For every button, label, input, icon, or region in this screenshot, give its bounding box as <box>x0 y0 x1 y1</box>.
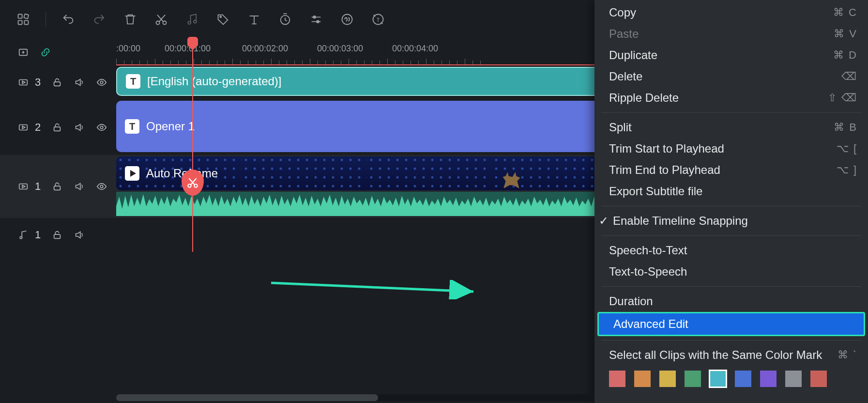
sliders-icon[interactable] <box>307 11 325 28</box>
menu-split[interactable]: Split⌘ B <box>594 117 868 138</box>
lock-icon[interactable] <box>51 229 63 241</box>
track-header-3[interactable]: 3 <box>0 65 116 99</box>
link-icon[interactable] <box>40 46 51 58</box>
svg-point-31 <box>194 184 198 187</box>
text-clip-icon: T <box>125 119 139 134</box>
ruler-ts: 00:00:03:00 <box>317 44 363 54</box>
track-number: 2 <box>35 121 41 134</box>
track-header-audio[interactable]: 1 <box>0 218 116 252</box>
check-icon: ✓ <box>598 214 609 228</box>
add-track-icon[interactable] <box>17 46 29 58</box>
svg-point-11 <box>317 20 319 23</box>
text-clip-icon: T <box>126 74 140 89</box>
svg-marker-25 <box>22 185 25 188</box>
video-track-icon <box>17 181 29 192</box>
play-clip-icon <box>125 166 139 181</box>
playhead[interactable] <box>192 39 193 252</box>
video-track-icon <box>17 122 29 133</box>
svg-point-6 <box>188 21 191 24</box>
menu-ripple-delete[interactable]: Ripple Delete⇧ ⌫ <box>594 87 868 108</box>
menu-trim-end[interactable]: Trim End to Playhead⌥ ] <box>594 159 868 181</box>
menu-duplicate[interactable]: Duplicate⌘ D <box>594 45 868 66</box>
ruler-ts: 00:00:02:00 <box>242 44 288 54</box>
svg-rect-1 <box>24 14 29 19</box>
lock-icon[interactable] <box>51 122 63 133</box>
color-swatch[interactable] <box>785 371 802 387</box>
svg-point-30 <box>188 184 191 187</box>
clip-label: [English (auto-generated)] <box>147 75 282 88</box>
text-icon[interactable] <box>245 11 263 28</box>
color-swatch[interactable] <box>685 371 701 387</box>
music-icon[interactable] <box>183 11 201 28</box>
lock-icon[interactable] <box>51 181 63 192</box>
delete-icon[interactable] <box>122 11 139 28</box>
menu-paste: Paste⌘ V <box>594 23 868 45</box>
color-mark-row <box>594 366 868 392</box>
track-header-1[interactable]: 1 <box>0 155 116 218</box>
audio-track-icon <box>17 229 29 241</box>
menu-copy[interactable]: Copy⌘ C <box>594 2 868 23</box>
visibility-icon[interactable] <box>96 181 107 192</box>
track-header-2[interactable]: 2 <box>0 99 116 155</box>
video-track-icon <box>17 77 29 88</box>
visibility-icon[interactable] <box>96 122 107 133</box>
svg-point-27 <box>101 185 104 188</box>
menu-duration[interactable]: Duration <box>594 291 868 312</box>
color-swatch[interactable] <box>609 371 625 387</box>
color-swatch[interactable] <box>810 371 827 387</box>
svg-point-4 <box>156 21 160 25</box>
svg-point-5 <box>163 21 167 25</box>
color-swatch[interactable] <box>659 371 676 387</box>
color-swatch[interactable] <box>634 371 651 387</box>
horizontal-scrollbar[interactable] <box>116 394 592 401</box>
svg-line-32 <box>271 283 473 292</box>
menu-timeline-snapping[interactable]: ✓Enable Timeline Snapping <box>594 210 868 232</box>
annotation-arrow <box>271 280 479 299</box>
svg-point-28 <box>20 236 22 239</box>
audio-fx-icon[interactable] <box>338 11 356 28</box>
mute-icon[interactable] <box>74 122 85 133</box>
menu-export-subtitle[interactable]: Export Subtitle file <box>594 181 868 202</box>
svg-rect-2 <box>18 20 22 24</box>
svg-rect-29 <box>54 234 61 238</box>
svg-point-7 <box>194 20 197 23</box>
replace-text-icon[interactable]: T <box>369 11 387 28</box>
svg-text:T: T <box>376 16 380 23</box>
svg-point-19 <box>101 81 104 84</box>
svg-rect-18 <box>54 82 61 86</box>
menu-select-color-mark[interactable]: Select all Clips with the Same Color Mar… <box>594 344 868 366</box>
cut-icon[interactable] <box>152 11 170 28</box>
ruler-ts: 00:00:04:00 <box>392 44 438 54</box>
color-swatch[interactable] <box>735 371 751 387</box>
menu-delete[interactable]: Delete⌫ <box>594 66 868 87</box>
context-menu: Copy⌘ C Paste⌘ V Duplicate⌘ D Delete⌫ Ri… <box>594 0 868 403</box>
mute-icon[interactable] <box>74 181 85 192</box>
visibility-icon[interactable] <box>96 77 107 88</box>
lock-icon[interactable] <box>51 77 63 88</box>
undo-icon[interactable] <box>60 11 77 28</box>
svg-rect-3 <box>24 20 28 24</box>
svg-rect-26 <box>54 186 61 190</box>
mute-icon[interactable] <box>74 229 85 241</box>
apps-icon[interactable] <box>15 11 32 28</box>
redo-icon[interactable] <box>91 11 108 28</box>
color-swatch[interactable] <box>710 371 726 387</box>
svg-point-8 <box>220 16 221 17</box>
ruler-ts: :00:00 <box>116 44 140 54</box>
svg-rect-22 <box>54 127 61 131</box>
menu-text-to-speech[interactable]: Text-to-Speech <box>594 261 868 282</box>
svg-point-23 <box>101 126 104 129</box>
timer-icon[interactable] <box>276 11 294 28</box>
tag-icon[interactable] <box>214 11 232 28</box>
track-number: 1 <box>35 180 41 193</box>
mute-icon[interactable] <box>74 77 85 88</box>
menu-speech-to-text[interactable]: Speech-to-Text <box>594 240 868 261</box>
clip-label: Opener 1 <box>146 120 195 133</box>
color-swatch[interactable] <box>760 371 777 387</box>
svg-marker-21 <box>22 126 25 129</box>
menu-advanced-edit[interactable]: Advanced Edit <box>597 312 865 336</box>
menu-trim-start[interactable]: Trim Start to Playhead⌥ [ <box>594 138 868 159</box>
svg-marker-17 <box>22 81 25 84</box>
svg-rect-0 <box>18 15 22 18</box>
svg-point-10 <box>313 16 316 18</box>
